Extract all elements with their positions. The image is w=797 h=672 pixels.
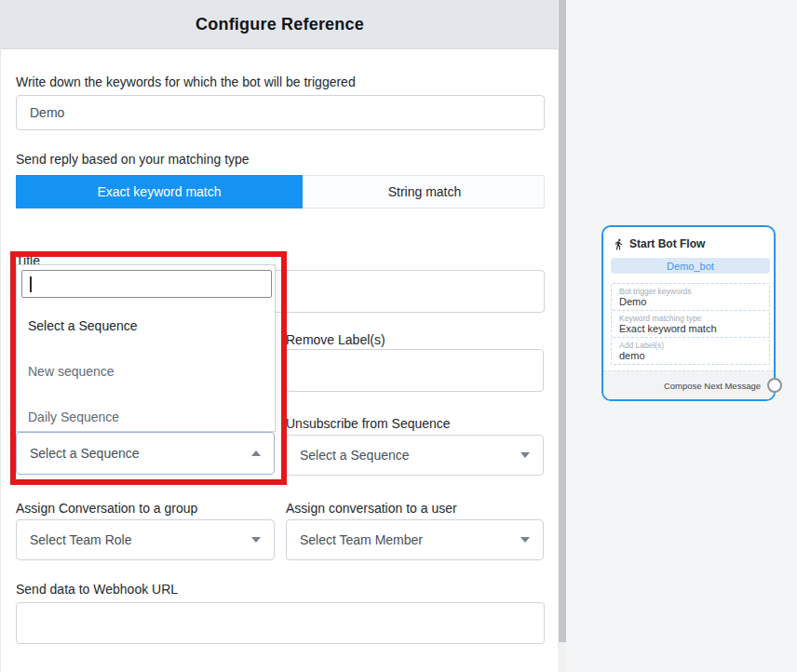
tab-string-match[interactable]: String match bbox=[303, 175, 547, 208]
assign-user-label: Assign conversation to a user bbox=[286, 501, 457, 516]
assign-user-select[interactable]: Select Team Member bbox=[286, 519, 544, 560]
tab-string-label: String match bbox=[388, 184, 462, 199]
assign-group-value: Select Team Role bbox=[30, 532, 131, 547]
field-add-labels: Add Label(s) demo bbox=[611, 337, 770, 365]
assign-group-label: Assign Conversation to a group bbox=[16, 501, 197, 516]
flow-card-fields: Bot trigger keywords Demo Keyword matchi… bbox=[611, 283, 770, 365]
field-value: Demo bbox=[619, 296, 762, 308]
red-highlight-rectangle bbox=[10, 251, 287, 485]
matching-type-tabs: Exact keyword match String match bbox=[16, 175, 545, 208]
start-bot-flow-node[interactable]: Start Bot Flow Demo_bot Bot trigger keyw… bbox=[601, 225, 776, 401]
field-label: Keyword matching type bbox=[619, 314, 762, 323]
unsubscribe-sequence-select[interactable]: Select a Sequence bbox=[286, 435, 544, 476]
tab-exact-label: Exact keyword match bbox=[97, 184, 221, 199]
unsubscribe-sequence-value: Select a Sequence bbox=[300, 448, 410, 463]
vertical-scrollbar bbox=[558, 0, 566, 672]
keywords-input[interactable]: Demo bbox=[16, 95, 545, 130]
field-bot-trigger-keywords: Bot trigger keywords Demo bbox=[611, 283, 770, 311]
assign-user-value: Select Team Member bbox=[300, 532, 423, 547]
caret-down-icon bbox=[520, 452, 530, 458]
tab-exact-keyword-match[interactable]: Exact keyword match bbox=[16, 175, 303, 208]
field-label: Add Label(s) bbox=[619, 341, 762, 350]
bot-name-pill: Demo_bot bbox=[611, 258, 770, 274]
assign-group-select[interactable]: Select Team Role bbox=[16, 519, 275, 560]
compose-next-message-label: Compose Next Message bbox=[664, 381, 761, 391]
keywords-label: Write down the keywords for which the bo… bbox=[16, 74, 356, 89]
field-value: demo bbox=[619, 350, 762, 362]
field-keyword-matching-type: Keyword matching type Exact keyword matc… bbox=[611, 310, 770, 338]
unsubscribe-label: Unsubscribe from Sequence bbox=[286, 416, 451, 431]
page-title: Configure Reference bbox=[196, 15, 364, 34]
flow-canvas: Start Bot Flow Demo_bot Bot trigger keyw… bbox=[566, 0, 797, 672]
flow-card-title: Start Bot Flow bbox=[629, 237, 705, 250]
walking-person-icon bbox=[613, 238, 625, 250]
configure-panel: Configure Reference Write down the keywo… bbox=[0, 0, 558, 672]
remove-labels-input[interactable] bbox=[286, 349, 544, 392]
field-value: Exact keyword match bbox=[619, 323, 762, 335]
flow-card-footer: Compose Next Message bbox=[603, 370, 774, 399]
screen: Configure Reference Write down the keywo… bbox=[0, 0, 797, 672]
caret-down-icon bbox=[251, 537, 261, 543]
webhook-label: Send data to Webhook URL bbox=[16, 582, 178, 597]
keywords-input-value: Demo bbox=[30, 105, 64, 120]
connection-handle[interactable] bbox=[767, 378, 782, 393]
flow-card-header: Start Bot Flow bbox=[603, 227, 774, 256]
scrollbar-thumb[interactable] bbox=[559, 0, 566, 642]
panel-header: Configure Reference bbox=[1, 0, 559, 49]
field-label: Bot trigger keywords bbox=[619, 287, 762, 296]
remove-labels-label: Remove Label(s) bbox=[286, 332, 385, 347]
webhook-input[interactable] bbox=[16, 602, 545, 644]
matching-type-label: Send reply based on your matching type bbox=[16, 152, 250, 167]
caret-down-icon bbox=[520, 537, 530, 543]
